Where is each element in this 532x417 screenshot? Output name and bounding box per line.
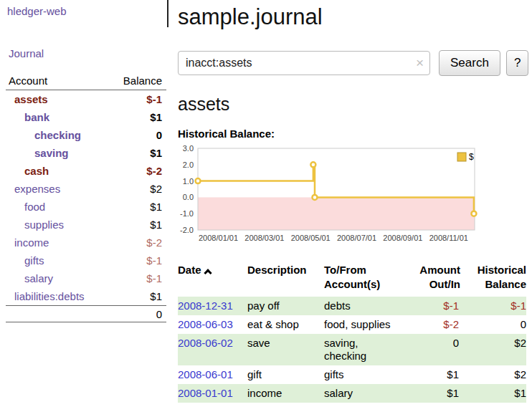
account-link-checking[interactable]: checking (34, 129, 81, 141)
svg-text:2008/01/01: 2008/01/01 (199, 234, 238, 242)
account-row: gifts $-1 (6, 251, 166, 269)
page-title: sample.journal (178, 4, 528, 30)
search-box: × (178, 51, 430, 75)
account-balance: $1 (150, 201, 166, 213)
accounts-table: Account Balance assets $-1 bank $1 check… (6, 72, 166, 322)
clear-search-icon[interactable]: × (416, 55, 424, 71)
help-button[interactable]: ? (506, 50, 528, 76)
accounts-total: 0 (156, 308, 166, 320)
svg-text:0.0: 0.0 (183, 193, 194, 201)
svg-text:2008/05/01: 2008/05/01 (291, 234, 331, 242)
register-balance: 0 (460, 315, 526, 334)
account-link-bank[interactable]: bank (24, 111, 49, 123)
account-row: expenses $2 (6, 180, 166, 198)
account-balance: $-2 (146, 165, 166, 177)
account-heading: assets (178, 93, 528, 115)
sidebar: hledger-web Journal Account Balance asse… (0, 0, 169, 417)
account-row: salary $-1 (6, 269, 166, 287)
register-balance: $2 (460, 334, 526, 365)
account-link-food[interactable]: food (24, 201, 45, 213)
account-row: bank $1 (6, 108, 166, 126)
svg-text:2008/11/01: 2008/11/01 (429, 234, 468, 242)
register-balance: $-1 (460, 297, 526, 315)
register-header-date[interactable]: Date (178, 263, 247, 297)
account-balance: $1 (150, 219, 166, 231)
register-date-link[interactable]: 2008-06-03 (178, 318, 233, 330)
register-header-amount: Amount Out/In (409, 263, 460, 297)
svg-text:-2.0: -2.0 (180, 226, 194, 234)
app-title-link[interactable]: hledger-web (7, 5, 67, 17)
search-button[interactable]: Search (439, 50, 500, 76)
register-table: Date Description To/From Account(s) Amou… (178, 263, 526, 403)
account-balance: $-1 (146, 93, 166, 105)
account-link-income[interactable]: income (14, 236, 49, 249)
chart-title: Historical Balance: (178, 128, 528, 140)
svg-text:-1.0: -1.0 (180, 209, 194, 218)
historical-balance-chart: 3.02.01.00.0-1.0-2.02008/01/012008/03/01… (178, 144, 515, 244)
accounts-header-account: Account (9, 75, 47, 87)
account-link-cash[interactable]: cash (24, 165, 49, 177)
register-date-link[interactable]: 2008-12-31 (178, 299, 233, 312)
account-row: supplies $1 (6, 216, 166, 234)
sort-ascending-icon (204, 269, 212, 277)
accounts-header-balance: Balance (123, 75, 166, 87)
account-link-supplies[interactable]: supplies (24, 219, 64, 231)
hledger-web-app: hledger-web Journal Account Balance asse… (0, 0, 532, 417)
account-row: cash $-2 (6, 162, 166, 180)
account-balance: $2 (150, 183, 166, 195)
account-row: income $-2 (6, 234, 166, 251)
register-amount: $-2 (409, 315, 460, 334)
search-bar: × Search ? (178, 50, 528, 76)
register-amount: 0 (409, 334, 460, 365)
account-link-assets[interactable]: assets (14, 93, 48, 105)
register-date-link[interactable]: 2008-06-02 (178, 337, 233, 349)
search-input[interactable] (178, 51, 430, 75)
register-description: eat & shop (247, 315, 324, 334)
register-description: gift (247, 365, 324, 384)
svg-text:2008/09/01: 2008/09/01 (383, 234, 422, 242)
register-date-link[interactable]: 2008-06-01 (178, 368, 233, 380)
account-row: liabilities:debts $1 (6, 287, 166, 305)
register-amount: $1 (409, 365, 460, 384)
register-header-balance: Historical Balance (460, 263, 526, 297)
account-row: saving $1 (6, 144, 166, 162)
register-amount: $-1 (409, 297, 460, 315)
account-link-gifts[interactable]: gifts (24, 254, 44, 267)
svg-text:2.0: 2.0 (183, 160, 194, 169)
account-link-salary[interactable]: salary (24, 272, 53, 284)
register-accounts: food, supplies (324, 315, 409, 334)
register-balance: $1 (460, 384, 526, 403)
account-link-liabilities-debts[interactable]: liabilities:debts (14, 290, 85, 302)
account-balance: $1 (150, 147, 166, 159)
svg-text:$: $ (469, 152, 474, 162)
account-balance: 0 (156, 129, 166, 141)
register-header-accounts: To/From Account(s) (324, 263, 409, 297)
account-balance: $1 (150, 290, 166, 302)
register-description: save (247, 334, 324, 365)
svg-text:2008/07/01: 2008/07/01 (337, 234, 376, 242)
register-header-row: Date Description To/From Account(s) Amou… (178, 263, 526, 297)
main-content: sample.journal × Search ? assets Histori… (178, 0, 528, 403)
account-row: assets $-1 (6, 90, 166, 108)
register-accounts: salary (324, 384, 409, 403)
account-link-expenses[interactable]: expenses (14, 183, 60, 195)
account-balance: $-1 (146, 254, 166, 267)
register-amount: $1 (409, 384, 460, 403)
register-date-link[interactable]: 2008-01-01 (178, 387, 233, 399)
register-header-description: Description (247, 263, 324, 297)
register-description: income (247, 384, 324, 403)
account-link-saving[interactable]: saving (34, 147, 69, 159)
account-row: food $1 (6, 198, 166, 216)
register-accounts: saving, checking (324, 334, 409, 365)
svg-text:2008/03/01: 2008/03/01 (244, 234, 284, 242)
register-row: 2008-06-01 gift gifts $1 $2 (178, 365, 526, 384)
account-row: checking 0 (6, 126, 166, 144)
accounts-total-row: 0 (6, 305, 166, 322)
nav-journal-link[interactable]: Journal (9, 47, 44, 59)
register-row: 2008-06-02 save saving, checking 0 $2 (178, 334, 526, 365)
register-accounts: gifts (324, 365, 409, 384)
divider (167, 0, 168, 27)
account-balance: $-2 (146, 236, 166, 249)
register-row: 2008-01-01 income salary $1 $1 (178, 384, 526, 403)
register-balance: $2 (460, 365, 526, 384)
